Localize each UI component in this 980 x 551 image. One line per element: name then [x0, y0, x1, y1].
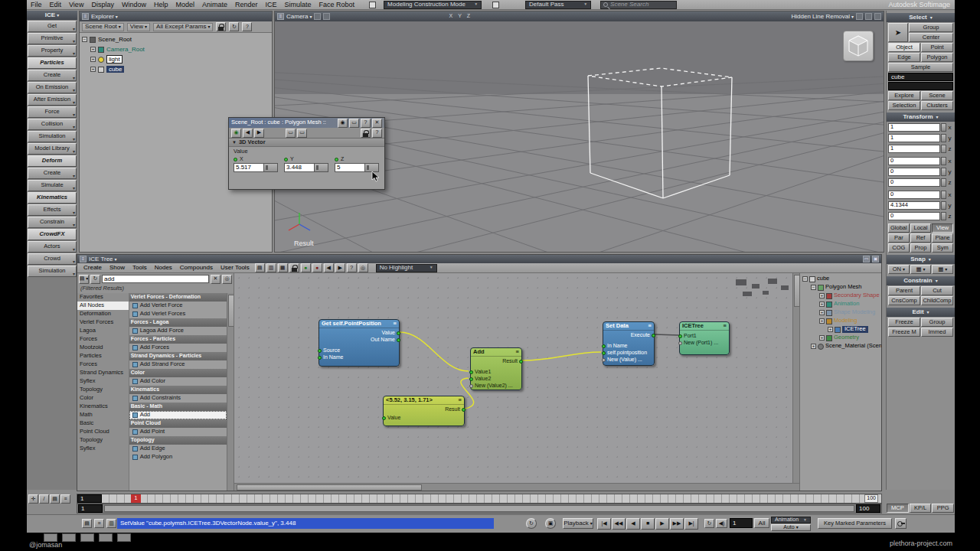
audio-icon[interactable]: ◀) [716, 519, 727, 528]
explorer-node-cube[interactable]: +cube [80, 64, 272, 74]
close-icon[interactable]: ✕ [372, 119, 382, 128]
help-icon[interactable]: ? [242, 22, 252, 31]
category-strand-dynamics[interactable]: Strand Dynamics [77, 369, 129, 377]
menu-window[interactable]: Window [118, 1, 150, 8]
input-port-source[interactable]: Source [318, 347, 340, 354]
category-color[interactable]: Color [77, 394, 129, 403]
view-dropdown[interactable]: View [127, 23, 150, 31]
help-icon[interactable]: ? [361, 119, 371, 128]
mcp-button-par[interactable]: Par [888, 233, 910, 243]
ice-tree-titlebar[interactable]: ≡ ICE Tree ▭ ▣ [77, 255, 881, 263]
refresh-icon[interactable]: ↻ [229, 22, 239, 31]
expand-toggle-icon[interactable]: + [828, 327, 833, 332]
tree-node-icetree[interactable]: +ICETree [800, 325, 881, 334]
refresh-icon[interactable]: ↻ [90, 275, 100, 284]
category-point-cloud[interactable]: Point Cloud [77, 428, 129, 436]
ice-menu-nodes[interactable]: Nodes [151, 264, 176, 271]
toolbar-button-collision[interactable]: Collision [28, 119, 77, 130]
menu-help[interactable]: Help [150, 1, 172, 8]
input-port-in-name[interactable]: In Name [602, 343, 627, 350]
expand-toggle-icon[interactable]: + [90, 57, 96, 62]
filter-dropdown[interactable]: All Except Params [153, 23, 213, 31]
current-frame-field[interactable]: 1 [77, 494, 102, 503]
input-port-in-name[interactable]: In Name [318, 354, 343, 361]
all-button[interactable]: All [754, 518, 769, 528]
expand-toggle-icon[interactable]: + [90, 67, 96, 72]
category-lagoa[interactable]: Lagoa [77, 327, 129, 335]
pin-icon[interactable]: ▭ [349, 119, 359, 128]
minimize-icon[interactable]: ▭ [863, 256, 870, 262]
category-mootzoid[interactable]: Mootzoid [77, 344, 129, 352]
tree-node-cube[interactable]: −cube [800, 275, 881, 283]
tree-node-scene-material-scen[interactable]: +Scene_Material (Scen... [800, 342, 881, 350]
expand-toggle-icon[interactable]: − [811, 285, 816, 290]
select-panel-header[interactable]: Select [887, 13, 955, 22]
category-deformation[interactable]: Deformation [77, 310, 129, 318]
mcp-button-ref[interactable]: Ref [910, 233, 932, 243]
node-setdata[interactable]: Set Data≡ExecuteIn Nameself.pointpositio… [603, 321, 655, 366]
snap-grid-dropdown[interactable]: ▦ [932, 265, 953, 274]
toolbar-button-create[interactable]: Create [28, 168, 77, 179]
prev-key-icon[interactable]: ◀ [243, 129, 253, 138]
loop-icon[interactable]: ↻ [704, 519, 714, 528]
transform-input[interactable]: 0 [888, 212, 940, 220]
slider-handle[interactable] [941, 201, 946, 210]
node-get[interactable]: Get self.PointPosition≡ValueOut NameSour… [318, 319, 400, 367]
mcp-button-freeze-m[interactable]: Freeze M [888, 328, 920, 337]
expand-toggle-icon[interactable]: + [819, 302, 825, 307]
taskbar-button[interactable] [99, 533, 113, 542]
snap-frame-icon[interactable]: ▤ [50, 494, 60, 504]
mcp-button-explore[interactable]: Explore [888, 91, 920, 100]
transport-stop-button[interactable]: ■ [641, 518, 655, 530]
slider-handle[interactable] [941, 157, 946, 165]
menu-file[interactable]: File [27, 1, 46, 8]
mute-icon[interactable]: ● [312, 263, 322, 272]
pin-icon[interactable] [323, 13, 330, 20]
transform-input[interactable]: 0 [888, 168, 940, 176]
snap-panel-header[interactable]: Snap [887, 255, 955, 264]
result-item-add-polygon[interactable]: Add Polygon [129, 453, 227, 461]
animatable-icon[interactable] [234, 158, 237, 161]
expand-toggle-icon[interactable]: + [819, 310, 825, 315]
mcp-button-point[interactable]: Point [921, 43, 953, 52]
slider-handle[interactable] [941, 123, 946, 132]
tree-node-modeling[interactable]: +Modeling [800, 317, 881, 325]
category-forces[interactable]: Forces [77, 360, 129, 369]
mcp-button-view[interactable]: View [932, 223, 953, 233]
scene-search-input[interactable]: Scene Search [600, 1, 677, 9]
update-icon[interactable]: ↻ [526, 518, 537, 529]
construction-mode-dropdown[interactable]: Modeling Construction Mode [384, 1, 482, 9]
vector-x-slider[interactable] [264, 163, 278, 172]
window-menu-icon[interactable]: ≡ [82, 13, 89, 20]
panel-tab-mcp[interactable]: MCP [887, 504, 909, 513]
group-button[interactable]: Group [909, 23, 953, 32]
ice-menu-user-tools[interactable]: User Tools [217, 264, 253, 271]
pan-icon[interactable]: ✛ [28, 494, 38, 504]
panel-tab-ppg[interactable]: PPG [932, 504, 954, 513]
toolbar-button-crowd[interactable]: Crowd [28, 253, 77, 265]
transport-go-to-start-button[interactable]: |◀ [597, 518, 611, 530]
result-item-add-forces[interactable]: Add Forces [129, 344, 227, 352]
toolbar-button-particles[interactable]: Particles [28, 57, 77, 69]
mcp-button-object[interactable]: Object [888, 43, 920, 52]
edit-keys-icon[interactable]: / [39, 494, 49, 504]
mcp-button-clusters[interactable]: Clusters [921, 101, 953, 110]
range-start-field[interactable]: 1 [78, 504, 103, 513]
watch-icon[interactable]: ◎ [222, 275, 232, 284]
tree-node-animation[interactable]: +Animation [800, 300, 881, 308]
transport-go-to-end-button[interactable]: ▶| [684, 518, 698, 530]
ppg-titlebar[interactable]: Scene_Root : cube : Polygon Mesh :: ◉ ▭ … [229, 118, 384, 128]
node-search-input[interactable]: add [102, 275, 209, 283]
vector-x-input[interactable]: 5.517 [234, 163, 264, 172]
input-port-port1[interactable]: Port1 [678, 333, 697, 340]
snap-point-dropdown[interactable]: ▦ [910, 265, 932, 274]
clear-search-icon[interactable]: ✕ [211, 275, 220, 284]
tree-node-shape-modeling[interactable]: +Shape Modeling [800, 308, 881, 317]
results-scrollbar[interactable] [227, 293, 234, 491]
script-editor-icon[interactable]: ▤ [82, 519, 92, 528]
output-port-execute[interactable]: Execute [631, 332, 655, 339]
expand-toggle-icon[interactable]: − [802, 276, 808, 282]
toolbar-button-simulation[interactable]: Simulation [28, 131, 77, 142]
slider-handle[interactable] [941, 168, 946, 176]
transform-input[interactable]: 0 [888, 157, 940, 165]
